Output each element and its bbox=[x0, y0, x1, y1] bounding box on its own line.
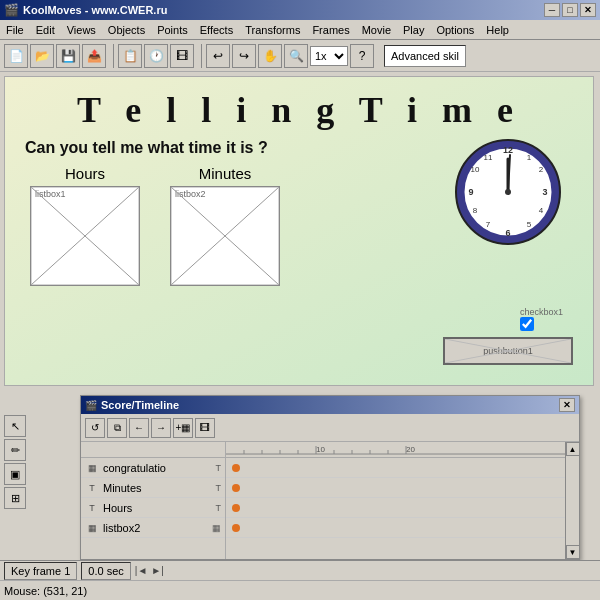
tl-row-2 bbox=[226, 498, 565, 518]
mouse-coords: Mouse: (531, 21) bbox=[4, 585, 87, 597]
menu-effects[interactable]: Effects bbox=[194, 22, 239, 38]
menu-bar: File Edit Views Objects Points Effects T… bbox=[0, 20, 600, 40]
undo-button[interactable]: ↩ bbox=[206, 44, 230, 68]
help-button[interactable]: ? bbox=[350, 44, 374, 68]
menu-options[interactable]: Options bbox=[430, 22, 480, 38]
track-name-3: listbox2 bbox=[103, 522, 208, 534]
score-title: Score/Timeline bbox=[101, 399, 179, 411]
lv-shape-button[interactable]: ▣ bbox=[4, 463, 26, 485]
track-type-1: T bbox=[216, 483, 222, 493]
menu-help[interactable]: Help bbox=[480, 22, 515, 38]
push-button[interactable]: pushbutton1 bbox=[443, 337, 573, 365]
checkbox-area: checkbox1 bbox=[520, 307, 563, 331]
score-toolbar: ↺ ⧉ ← → +▦ 🎞 bbox=[81, 414, 579, 442]
dot-0 bbox=[232, 464, 240, 472]
maximize-button[interactable]: □ bbox=[562, 3, 578, 17]
svg-text:11: 11 bbox=[484, 153, 493, 162]
score-right-button[interactable]: → bbox=[151, 418, 171, 438]
score-copy-button[interactable]: ⧉ bbox=[107, 418, 127, 438]
svg-text:3: 3 bbox=[542, 187, 547, 197]
frame-nav-next[interactable]: ►| bbox=[151, 565, 164, 576]
listbox1[interactable]: listbox1 bbox=[30, 186, 140, 286]
track-row-listbox2: ▦ listbox2 ▦ bbox=[81, 518, 225, 538]
checkbox1[interactable] bbox=[520, 317, 534, 331]
menu-transforms[interactable]: Transforms bbox=[239, 22, 306, 38]
copy-button[interactable]: 📋 bbox=[118, 44, 142, 68]
frame-nav-prev[interactable]: |◄ bbox=[135, 565, 148, 576]
track-type-2: T bbox=[216, 503, 222, 513]
tl-row-0 bbox=[226, 458, 565, 478]
advanced-skill-label: Advanced skil bbox=[384, 45, 466, 67]
lv-arrow-button[interactable]: ↖ bbox=[4, 415, 26, 437]
hand-button[interactable]: ✋ bbox=[258, 44, 282, 68]
menu-objects[interactable]: Objects bbox=[102, 22, 151, 38]
tl-row-3 bbox=[226, 518, 565, 538]
lv-grid-button[interactable]: ⊞ bbox=[4, 487, 26, 509]
film-button[interactable]: 🎞 bbox=[170, 44, 194, 68]
open-button[interactable]: 📂 bbox=[30, 44, 54, 68]
checkbox-row bbox=[520, 317, 563, 331]
svg-text:1: 1 bbox=[527, 153, 532, 162]
export-button[interactable]: 📤 bbox=[82, 44, 106, 68]
keyframe-status: Key frame 1 bbox=[4, 562, 77, 580]
score-film-button[interactable]: 🎞 bbox=[195, 418, 215, 438]
checkbox-label: checkbox1 bbox=[520, 307, 563, 317]
score-close-button[interactable]: ✕ bbox=[559, 398, 575, 412]
pushbutton-label: pushbutton1 bbox=[483, 346, 533, 356]
menu-frames[interactable]: Frames bbox=[306, 22, 355, 38]
clock-container: 12 3 6 9 1 2 4 5 7 8 10 11 bbox=[453, 137, 563, 250]
minutes-label: Minutes bbox=[199, 165, 252, 182]
track-icon-0: ▦ bbox=[85, 461, 99, 475]
pushbutton-area: pushbutton1 bbox=[443, 337, 573, 365]
menu-views[interactable]: Views bbox=[61, 22, 102, 38]
scroll-down-button[interactable]: ▼ bbox=[566, 545, 580, 559]
lv-pencil-button[interactable]: ✏ bbox=[4, 439, 26, 461]
listbox2[interactable]: listbox2 bbox=[170, 186, 280, 286]
minutes-column: Minutes listbox2 bbox=[165, 165, 285, 286]
canvas-title: T e l l i n g T i m e bbox=[5, 77, 593, 131]
clock-svg: 12 3 6 9 1 2 4 5 7 8 10 11 bbox=[453, 137, 563, 247]
svg-text:8: 8 bbox=[473, 206, 478, 215]
close-button[interactable]: ✕ bbox=[580, 3, 596, 17]
track-icon-2: T bbox=[85, 501, 99, 515]
hours-column: Hours listbox1 bbox=[25, 165, 145, 286]
menu-file[interactable]: File bbox=[0, 22, 30, 38]
status-bars: Key frame 1 0.0 sec |◄ ►| Mouse: (531, 2… bbox=[0, 560, 600, 600]
svg-text:5: 5 bbox=[527, 220, 532, 229]
zoom-select[interactable]: 1x bbox=[310, 46, 348, 66]
clock-button[interactable]: 🕐 bbox=[144, 44, 168, 68]
tl-row-1 bbox=[226, 478, 565, 498]
track-type-0: T bbox=[216, 463, 222, 473]
menu-movie[interactable]: Movie bbox=[356, 22, 397, 38]
new-button[interactable]: 📄 bbox=[4, 44, 28, 68]
minimize-button[interactable]: ─ bbox=[544, 3, 560, 17]
svg-text:9: 9 bbox=[468, 187, 473, 197]
track-icon-3: ▦ bbox=[85, 521, 99, 535]
scroll-up-button[interactable]: ▲ bbox=[566, 442, 580, 456]
left-vertical-toolbar: ↖ ✏ ▣ ⊞ bbox=[4, 415, 26, 509]
dot-3 bbox=[232, 524, 240, 532]
svg-text:10: 10 bbox=[471, 165, 480, 174]
window-title: KoolMoves - www.CWER.ru bbox=[23, 4, 167, 16]
score-left-button[interactable]: ← bbox=[129, 418, 149, 438]
vertical-scrollbar[interactable]: ▲ ▼ bbox=[565, 442, 579, 559]
separator-2 bbox=[198, 44, 202, 68]
menu-edit[interactable]: Edit bbox=[30, 22, 61, 38]
zoom-button[interactable]: 🔍 bbox=[284, 44, 308, 68]
svg-text:7: 7 bbox=[486, 220, 491, 229]
redo-button[interactable]: ↪ bbox=[232, 44, 256, 68]
separator-1 bbox=[110, 44, 114, 68]
listbox2-cross bbox=[171, 187, 279, 285]
timeline-ruler: 10 20 bbox=[226, 442, 565, 458]
timeline-rows bbox=[226, 458, 565, 538]
score-rewind-button[interactable]: ↺ bbox=[85, 418, 105, 438]
save-button[interactable]: 💾 bbox=[56, 44, 80, 68]
time-status: 0.0 sec bbox=[81, 562, 130, 580]
score-title-bar: 🎬 Score/Timeline ✕ bbox=[81, 396, 579, 414]
score-add-button[interactable]: +▦ bbox=[173, 418, 193, 438]
svg-text:2: 2 bbox=[539, 165, 544, 174]
timeline-area: ▦ congratulatio T T Minutes T T Hours T … bbox=[81, 442, 579, 559]
menu-points[interactable]: Points bbox=[151, 22, 194, 38]
listbox1-cross bbox=[31, 187, 139, 285]
menu-play[interactable]: Play bbox=[397, 22, 430, 38]
